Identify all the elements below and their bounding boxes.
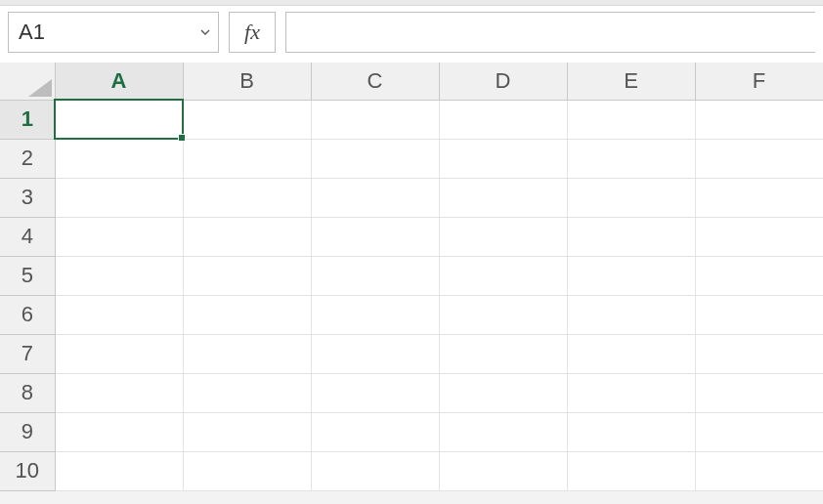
cell-A10[interactable] [55, 451, 183, 490]
cell-A9[interactable] [55, 412, 183, 451]
cell-C4[interactable] [311, 217, 439, 256]
column-header-D[interactable]: D [439, 63, 567, 100]
cell-A8[interactable] [55, 373, 183, 412]
column-header-C[interactable]: C [311, 63, 439, 100]
fx-button[interactable]: fx [229, 12, 276, 53]
cell-D7[interactable] [439, 334, 567, 373]
cell-F7[interactable] [695, 334, 823, 373]
cell-C5[interactable] [311, 256, 439, 295]
row-header-5[interactable]: 5 [0, 256, 55, 295]
cell-B3[interactable] [183, 178, 311, 217]
cell-F4[interactable] [695, 217, 823, 256]
select-all-corner[interactable] [0, 63, 55, 100]
row-header-3[interactable]: 3 [0, 178, 55, 217]
cell-B5[interactable] [183, 256, 311, 295]
row-header-4[interactable]: 4 [0, 217, 55, 256]
cell-B10[interactable] [183, 451, 311, 490]
spreadsheet-grid: A B C D E F 1 2 [0, 63, 823, 491]
cell-D5[interactable] [439, 256, 567, 295]
cell-F3[interactable] [695, 178, 823, 217]
cell-D2[interactable] [439, 139, 567, 178]
cell-C6[interactable] [311, 295, 439, 334]
column-header-E[interactable]: E [567, 63, 695, 100]
cell-C9[interactable] [311, 412, 439, 451]
cell-D6[interactable] [439, 295, 567, 334]
cell-B8[interactable] [183, 373, 311, 412]
cell-B6[interactable] [183, 295, 311, 334]
cell-E7[interactable] [567, 334, 695, 373]
cell-C1[interactable] [311, 100, 439, 139]
column-header-F[interactable]: F [695, 63, 823, 100]
cell-E6[interactable] [567, 295, 695, 334]
cell-C7[interactable] [311, 334, 439, 373]
fx-icon: fx [244, 20, 260, 45]
cell-A7[interactable] [55, 334, 183, 373]
cell-F1[interactable] [695, 100, 823, 139]
row-header-6[interactable]: 6 [0, 295, 55, 334]
cell-B9[interactable] [183, 412, 311, 451]
row-header-1[interactable]: 1 [0, 100, 55, 139]
cell-E9[interactable] [567, 412, 695, 451]
cell-B4[interactable] [183, 217, 311, 256]
name-box[interactable] [8, 12, 219, 53]
select-all-triangle-icon [28, 79, 52, 97]
cell-B1[interactable] [183, 100, 311, 139]
cell-E1[interactable] [567, 100, 695, 139]
cell-B7[interactable] [183, 334, 311, 373]
cell-D1[interactable] [439, 100, 567, 139]
formula-bar: fx [0, 6, 823, 63]
cell-E2[interactable] [567, 139, 695, 178]
cell-D4[interactable] [439, 217, 567, 256]
cell-A1[interactable] [55, 100, 183, 139]
cell-D3[interactable] [439, 178, 567, 217]
row-header-7[interactable]: 7 [0, 334, 55, 373]
cell-F8[interactable] [695, 373, 823, 412]
cell-C10[interactable] [311, 451, 439, 490]
cell-D8[interactable] [439, 373, 567, 412]
row-header-10[interactable]: 10 [0, 451, 55, 490]
cell-C8[interactable] [311, 373, 439, 412]
row-header-8[interactable]: 8 [0, 373, 55, 412]
cell-F9[interactable] [695, 412, 823, 451]
cell-C3[interactable] [311, 178, 439, 217]
cell-F10[interactable] [695, 451, 823, 490]
column-header-A[interactable]: A [55, 63, 183, 100]
row-header-9[interactable]: 9 [0, 412, 55, 451]
formula-input[interactable] [286, 13, 815, 52]
cell-A2[interactable] [55, 139, 183, 178]
cell-F6[interactable] [695, 295, 823, 334]
cell-F2[interactable] [695, 139, 823, 178]
cell-A6[interactable] [55, 295, 183, 334]
cell-A3[interactable] [55, 178, 183, 217]
row-header-2[interactable]: 2 [0, 139, 55, 178]
column-header-B[interactable]: B [183, 63, 311, 100]
cell-B2[interactable] [183, 139, 311, 178]
cell-E3[interactable] [567, 178, 695, 217]
cell-A4[interactable] [55, 217, 183, 256]
cell-E10[interactable] [567, 451, 695, 490]
cell-D10[interactable] [439, 451, 567, 490]
formula-input-container[interactable] [285, 12, 815, 53]
cell-E8[interactable] [567, 373, 695, 412]
cell-F5[interactable] [695, 256, 823, 295]
cell-D9[interactable] [439, 412, 567, 451]
cell-A5[interactable] [55, 256, 183, 295]
cell-E4[interactable] [567, 217, 695, 256]
cell-E5[interactable] [567, 256, 695, 295]
name-box-input[interactable] [9, 13, 218, 52]
cell-C2[interactable] [311, 139, 439, 178]
